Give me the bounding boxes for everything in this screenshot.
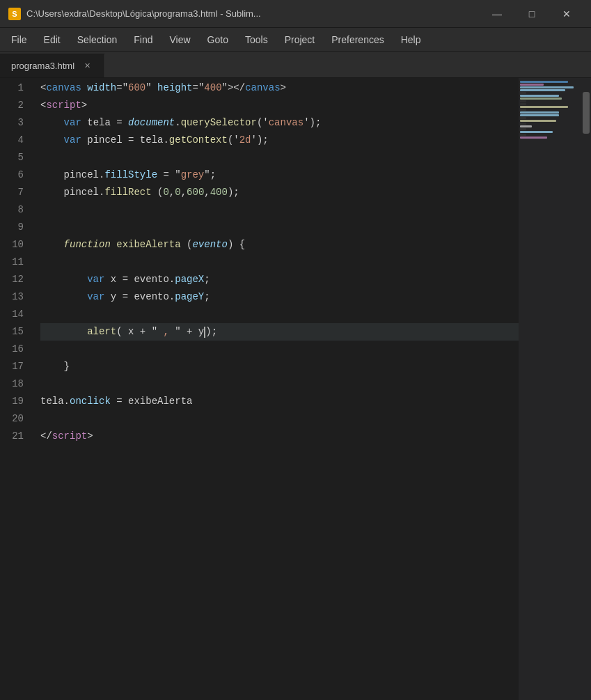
line-num-7: 7	[0, 184, 24, 201]
menu-file[interactable]: File	[3, 28, 36, 51]
code-line-4: var pincel = tela.getContext('2d');	[40, 132, 591, 149]
app-icon: S	[8, 8, 21, 20]
code-line-13: var y = evento.pageY;	[40, 288, 591, 306]
line-num-6: 6	[0, 166, 24, 184]
code-line-1: <canvas width="600" height="400"></canva…	[40, 79, 591, 97]
minimap	[519, 78, 581, 700]
code-line-20	[40, 410, 591, 428]
menu-preferences[interactable]: Preferences	[323, 28, 392, 51]
line-num-9: 9	[0, 219, 24, 236]
line-num-17: 17	[0, 358, 24, 375]
maximize-button[interactable]: □	[516, 3, 548, 24]
menu-selection[interactable]: Selection	[69, 28, 126, 51]
close-button[interactable]: ✕	[551, 3, 583, 24]
code-line-11	[40, 254, 591, 271]
tab-close-button[interactable]: ✕	[81, 60, 93, 72]
minimap-line-20	[520, 134, 526, 136]
minimize-button[interactable]: —	[481, 3, 513, 24]
code-content[interactable]: <canvas width="600" height="400"></canva…	[35, 78, 591, 445]
code-lines: 1 2 3 4 5 6 7 8 9 10 11 12 13 14 15 16 1…	[0, 78, 591, 445]
line-num-19: 19	[0, 393, 24, 410]
minimap-line-2	[520, 84, 544, 86]
minimap-line-21	[520, 137, 547, 139]
code-line-19: tela.onclick = exibeAlerta	[40, 393, 591, 410]
minimap-line-19	[520, 131, 553, 133]
code-line-18	[40, 375, 591, 393]
minimap-line-18	[520, 128, 526, 130]
line-num-18: 18	[0, 375, 24, 393]
line-num-14: 14	[0, 306, 24, 323]
window-controls[interactable]: — □ ✕	[481, 3, 583, 24]
code-line-14	[40, 306, 591, 323]
menu-project[interactable]: Project	[276, 28, 324, 51]
minimap-line-8	[520, 100, 526, 102]
line-num-3: 3	[0, 114, 24, 132]
minimap-line-14	[520, 117, 526, 119]
minimap-content	[519, 78, 581, 142]
code-line-12: var x = evento.pageX;	[40, 271, 591, 288]
code-line-3: var tela = document.querySelector('canva…	[40, 114, 591, 132]
menu-find[interactable]: Find	[125, 28, 161, 51]
minimap-line-5	[520, 92, 526, 94]
line-num-13: 13	[0, 288, 24, 306]
code-line-6: pincel.fillStyle = "grey";	[40, 166, 591, 184]
window-title: C:\Users\exdra\Desktop\Lógica\programa3.…	[26, 8, 261, 19]
line-num-1: 1	[0, 79, 24, 97]
minimap-line-4	[520, 89, 565, 91]
code-line-21: </script>	[40, 428, 591, 445]
code-line-9	[40, 219, 591, 236]
editor-area: 1 2 3 4 5 6 7 8 9 10 11 12 13 14 15 16 1…	[0, 78, 591, 700]
code-container[interactable]: 1 2 3 4 5 6 7 8 9 10 11 12 13 14 15 16 1…	[0, 78, 591, 700]
code-line-10: function exibeAlerta (evento) {	[40, 236, 591, 254]
tab-programa3[interactable]: programa3.html ✕	[0, 54, 105, 77]
minimap-line-16	[520, 123, 526, 125]
code-line-2: <script>	[40, 97, 591, 114]
line-num-12: 12	[0, 271, 24, 288]
minimap-line-15	[520, 120, 556, 122]
menu-bar: File Edit Selection Find View Goto Tools…	[0, 28, 591, 52]
menu-goto[interactable]: Goto	[199, 28, 237, 51]
title-bar-left: S C:\Users\exdra\Desktop\Lógica\programa…	[8, 8, 261, 20]
title-bar: S C:\Users\exdra\Desktop\Lógica\programa…	[0, 0, 591, 28]
code-line-16	[40, 341, 591, 358]
line-num-10: 10	[0, 236, 24, 254]
tab-bar: programa3.html ✕	[0, 52, 591, 78]
minimap-line-9	[520, 103, 526, 105]
line-num-20: 20	[0, 410, 24, 428]
minimap-line-12	[520, 111, 559, 114]
menu-view[interactable]: View	[161, 28, 199, 51]
minimap-line-10	[520, 106, 568, 108]
line-num-15: 15	[0, 323, 24, 341]
menu-edit[interactable]: Edit	[36, 28, 69, 51]
menu-help[interactable]: Help	[393, 28, 430, 51]
line-numbers: 1 2 3 4 5 6 7 8 9 10 11 12 13 14 15 16 1…	[0, 78, 35, 445]
code-line-8	[40, 201, 591, 219]
line-num-11: 11	[0, 254, 24, 271]
minimap-line-6	[520, 95, 559, 97]
minimap-line-1	[520, 81, 568, 83]
line-num-16: 16	[0, 341, 24, 358]
code-line-7: pincel.fillRect (0,0,600,400);	[40, 184, 591, 201]
code-line-15: alert( x + " , " + y);	[40, 323, 591, 341]
scrollbar[interactable]	[581, 78, 591, 700]
minimap-line-11	[520, 109, 526, 111]
minimap-line-3	[520, 86, 574, 88]
line-num-21: 21	[0, 428, 24, 445]
line-num-2: 2	[0, 97, 24, 114]
minimap-line-7	[520, 98, 562, 100]
menu-tools[interactable]: Tools	[237, 28, 276, 51]
code-line-5	[40, 149, 591, 166]
scrollbar-thumb[interactable]	[583, 92, 590, 134]
minimap-line-13	[520, 114, 559, 116]
code-line-17: }	[40, 358, 591, 375]
line-num-5: 5	[0, 149, 24, 166]
minimap-line-17	[520, 125, 532, 127]
line-num-4: 4	[0, 132, 24, 149]
tab-label: programa3.html	[11, 61, 74, 71]
line-num-8: 8	[0, 201, 24, 219]
